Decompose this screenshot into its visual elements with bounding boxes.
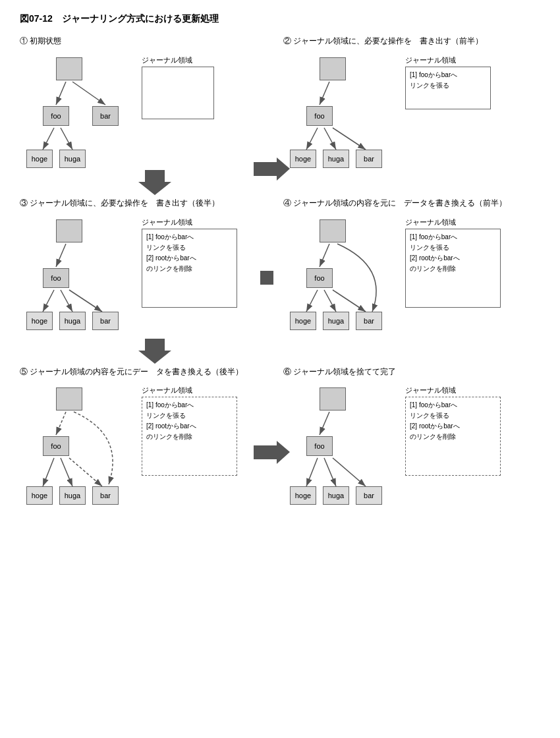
svg-line-21	[56, 412, 66, 435]
svg-line-12	[43, 290, 54, 312]
svg-line-24	[69, 458, 102, 486]
section-5-label: ⑤ ジャーナル領域の内容を元にデー タを書き換える（後半）	[20, 366, 277, 378]
journal-label-4: ジャーナル領域	[405, 217, 456, 227]
node-hoge-5: hoge	[26, 486, 53, 505]
section-1: ① 初期状態 foo bar hoge huga ジャーナル	[20, 36, 277, 167]
section-2: ② ジャーナル領域に、必要な操作を 書き出す（前半） foo hoge huga…	[283, 36, 540, 167]
svg-marker-29	[254, 157, 290, 181]
section-1-label: ① 初期状態	[20, 36, 277, 47]
node-root-1	[56, 57, 82, 80]
svg-line-22	[43, 458, 54, 486]
svg-line-2	[56, 82, 66, 105]
node-hoge-3: hoge	[26, 312, 53, 330]
section-3: ③ ジャーナル領域に、必要な操作を 書き出す（後半） foo hoge huga…	[20, 198, 277, 336]
journal-box-5: [1] fooからbarへリンクを張る[2] rootからbarへのリンクを削除	[142, 397, 237, 476]
section-5: ⑤ ジャーナル領域の内容を元にデー タを書き換える（後半） foo hoge h…	[20, 366, 277, 511]
node-root-3	[56, 219, 82, 242]
right-arrow-row3	[254, 441, 290, 466]
node-root-4	[320, 219, 346, 242]
node-foo-5: foo	[43, 436, 69, 456]
node-hoge-2: hoge	[290, 150, 316, 168]
svg-line-5	[61, 128, 72, 150]
svg-line-8	[324, 128, 336, 150]
svg-line-16	[306, 290, 318, 312]
node-hoge-4: hoge	[290, 312, 316, 330]
node-foo-1: foo	[43, 106, 69, 126]
node-bar-5: bar	[92, 486, 119, 505]
svg-marker-20	[138, 339, 171, 364]
node-foo-3: foo	[43, 268, 69, 288]
journal-box-4: [1] fooからbarへリンクを張る[2] rootからbarへのリンクを削除	[405, 229, 501, 308]
node-root-5	[56, 387, 82, 411]
node-bar-6: bar	[356, 486, 382, 505]
journal-box-6: [1] fooからbarへリンクを張る[2] rootからbarへのリンクを削除	[405, 397, 501, 476]
svg-line-13	[61, 290, 72, 312]
journal-label-5: ジャーナル領域	[142, 385, 192, 395]
node-huga-6: huga	[323, 486, 349, 505]
node-hoge-6: hoge	[290, 486, 316, 505]
svg-line-14	[69, 290, 102, 312]
right-arrow-row1	[254, 157, 290, 183]
section-2-label: ② ジャーナル領域に、必要な操作を 書き出す（前半）	[283, 36, 540, 47]
node-foo-2: foo	[306, 106, 333, 126]
svg-line-6	[320, 82, 329, 105]
node-huga-4: huga	[323, 312, 349, 330]
journal-box-3: [1] fooからbarへリンクを張る[2] rootからbarへのリンクを削除	[142, 229, 237, 308]
journal-label-2: ジャーナル領域	[405, 55, 456, 65]
node-huga-1: huga	[59, 150, 86, 168]
section-6: ⑥ ジャーナル領域を捨てて完了 foo hoge huga bar ジャーナル領…	[283, 366, 540, 511]
journal-label-1: ジャーナル領域	[142, 55, 192, 65]
journal-label-3: ジャーナル領域	[142, 217, 192, 227]
svg-line-4	[43, 128, 54, 150]
node-hoge-1: hoge	[26, 150, 53, 168]
section-4-label: ④ ジャーナル領域の内容を元に データを書き換える（前半）	[283, 198, 540, 209]
svg-line-3	[72, 82, 105, 105]
svg-line-7	[306, 128, 318, 150]
svg-line-27	[324, 458, 336, 486]
journal-box-2: [1] fooからbarへリンクを張る	[405, 67, 491, 109]
svg-line-9	[333, 128, 366, 150]
page-title: 図07-12 ジャーナリング方式における更新処理	[20, 13, 540, 25]
journal-box-1	[142, 67, 214, 119]
svg-line-17	[324, 290, 336, 312]
node-bar-1: bar	[92, 106, 119, 126]
svg-line-25	[320, 412, 329, 435]
svg-line-26	[306, 458, 318, 486]
node-bar-2: bar	[356, 150, 382, 168]
svg-line-15	[320, 244, 329, 267]
node-huga-2: huga	[323, 150, 349, 168]
svg-line-11	[56, 244, 66, 267]
svg-line-28	[333, 458, 366, 486]
node-foo-6: foo	[306, 436, 333, 456]
node-root-6	[320, 387, 346, 411]
journal-label-6: ジャーナル領域	[405, 385, 456, 395]
node-bar-4: bar	[356, 312, 382, 330]
node-huga-3: huga	[59, 312, 86, 330]
svg-marker-30	[254, 441, 290, 464]
node-bar-3: bar	[92, 312, 119, 330]
section-3-label: ③ ジャーナル領域に、必要な操作を 書き出す（後半）	[20, 198, 277, 209]
svg-line-23	[61, 458, 72, 486]
section-6-label: ⑥ ジャーナル領域を捨てて完了	[283, 366, 540, 378]
node-root-2	[320, 57, 346, 80]
svg-line-18	[333, 290, 366, 312]
svg-marker-10	[138, 170, 171, 195]
node-huga-5: huga	[59, 486, 86, 505]
node-foo-4: foo	[306, 268, 333, 288]
section-4: ④ ジャーナル領域の内容を元に データを書き換える（前半） foo hoge h…	[283, 198, 540, 336]
svg-marker-19	[260, 266, 273, 289]
